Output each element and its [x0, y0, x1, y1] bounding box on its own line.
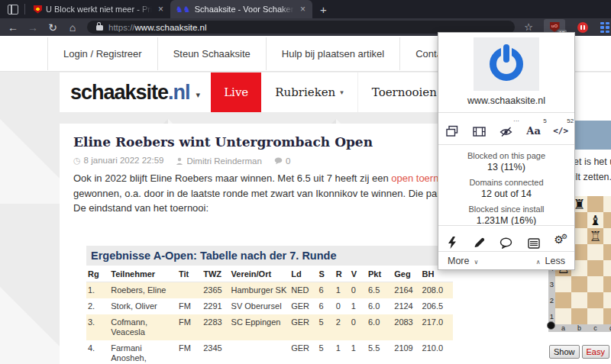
table-cell: 2345 [202, 340, 229, 364]
tab-ublock-forum[interactable]: U Block werkt niet meer - Privacy × [28, 0, 170, 18]
table-row[interactable]: 4.Farmani Anosheh,FM2345GER5115.52109210… [86, 340, 453, 364]
file-label: a [555, 324, 571, 332]
chess-piece-c7[interactable]: ♝ [587, 212, 603, 228]
clock-icon: ◷ [73, 156, 81, 165]
board-square-a2[interactable] [555, 292, 571, 308]
favorite-star-icon[interactable]: ☆ [524, 21, 533, 33]
chess-piece-c6[interactable]: ♖ [587, 228, 603, 244]
table-cell: 2124 [393, 298, 420, 314]
popup-tool-row: ··· Aa 5 </> 52 [438, 117, 574, 140]
table-column-header: Geg [393, 266, 420, 282]
board-square-d4[interactable] [603, 260, 611, 276]
table-cell: 2291 [202, 298, 229, 314]
utility-nav-item[interactable]: Steun Schaaksite [158, 37, 267, 70]
board-square-d5[interactable] [603, 244, 611, 260]
article-title[interactable]: Eline Roebers wint Untergrombach Open [73, 134, 373, 150]
utility-nav-item[interactable]: Hulp bij plaatsen artikel [267, 37, 400, 70]
sitenav-item-live[interactable]: Live [211, 72, 261, 112]
table-row[interactable]: 1.Roebers, Eline2365Hamburger SKNED6106.… [86, 282, 453, 299]
table-cell: 217.0 [421, 314, 453, 340]
table-column-header: Rg [86, 266, 109, 282]
board-square-b2[interactable] [571, 292, 587, 308]
table-column-header: V [350, 266, 367, 282]
table-column-header: Ld [289, 266, 317, 282]
table-cell: 208.0 [421, 282, 453, 299]
board-square-c8[interactable] [587, 196, 603, 212]
show-button[interactable]: Show [549, 345, 580, 359]
logger-icon[interactable] [524, 230, 544, 249]
board-square-d3[interactable] [603, 276, 611, 292]
url-host: www.schaaksite.nl [135, 23, 207, 32]
site-logo[interactable]: schaaksite.nl [70, 81, 190, 105]
table-cell: 2109 [393, 340, 420, 364]
table-cell: 6.0 [367, 314, 393, 340]
forward-icon[interactable]: → [23, 21, 43, 34]
board-square-a3[interactable] [555, 276, 571, 292]
board-square-d2[interactable] [603, 292, 611, 308]
article-author[interactable]: Dimitri Reinderman [186, 156, 261, 166]
board-square-b3[interactable] [571, 276, 587, 292]
table-cell: Stork, Oliver [109, 298, 177, 314]
sitenav-item-rubrieken[interactable]: Rubrieken▾ [261, 72, 358, 112]
home-icon[interactable]: ⌂ [63, 21, 82, 34]
table-cell: 206.5 [421, 298, 453, 314]
more-button[interactable]: More∨ [448, 256, 483, 266]
tab-title: U Block werkt niet meer - Privacy [46, 5, 152, 14]
stat-label: Blocked since install [438, 205, 574, 214]
no-large-media-icon[interactable] [469, 119, 489, 137]
table-cell: FM [177, 314, 202, 340]
board-square-d6[interactable] [603, 228, 611, 244]
board-square-d8[interactable] [603, 196, 611, 212]
blue-extension-icon[interactable] [600, 22, 611, 33]
utility-nav-item[interactable]: Login / Registreer [47, 37, 158, 70]
file-label: b [571, 324, 587, 332]
table-cell: FM [177, 340, 202, 364]
board-square-c2[interactable] [587, 292, 603, 308]
no-scripting-icon[interactable]: </> 52 [551, 119, 571, 137]
element-zapper-icon[interactable] [442, 230, 462, 249]
board-square-c3[interactable] [587, 276, 603, 292]
comment-count[interactable]: 0 [286, 156, 290, 166]
board-square-c1[interactable] [587, 308, 603, 324]
report-issue-icon[interactable] [496, 230, 516, 249]
board-square-d1[interactable] [603, 308, 611, 324]
new-tab-button[interactable]: + [320, 3, 327, 16]
rank-label: 3 [548, 276, 555, 292]
tab-close-icon[interactable]: × [299, 4, 307, 14]
table-cell: 5 [317, 314, 334, 340]
power-button-box [474, 37, 539, 91]
table-cell: 1 [335, 282, 350, 299]
table-cell: 0 [335, 298, 350, 314]
board-square-c5[interactable] [587, 244, 603, 260]
tab-close-icon[interactable]: × [157, 4, 165, 14]
power-button[interactable] [490, 47, 523, 81]
table-column-header: R [335, 266, 350, 282]
back-icon[interactable]: ← [3, 21, 23, 34]
refresh-icon[interactable]: ↻ [43, 21, 63, 34]
chevron-down-icon: ▾ [340, 89, 344, 96]
settings-gears-icon[interactable]: ⚙⚙ [551, 230, 571, 249]
puzzle-buttons: ShowEasyMedium [549, 345, 611, 359]
less-button[interactable]: ∧Less [532, 256, 565, 266]
board-square-b1[interactable] [571, 308, 587, 324]
tab-overview-icon[interactable] [8, 5, 18, 14]
board-square-d7[interactable] [603, 212, 611, 228]
no-popups-icon[interactable] [442, 119, 462, 137]
easy-button[interactable]: Easy [582, 345, 609, 359]
table-row[interactable]: 3.Cofmann, VeaceslaFM2283SC EppingenGER5… [86, 314, 453, 340]
table-column-header: Teilnehmer [109, 266, 177, 282]
table-cell: Hamburger SK [230, 282, 290, 299]
board-square-c4[interactable] [587, 260, 603, 276]
element-picker-icon[interactable] [469, 230, 489, 249]
popup-footer: More∨ ∧Less [438, 253, 574, 269]
no-remote-fonts-icon[interactable]: Aa 5 [524, 119, 544, 137]
file-label: c [587, 324, 603, 332]
logo-caret-icon[interactable]: ▾ [196, 90, 201, 100]
table-row[interactable]: 2.Stork, OliverFM2291SV OberurselGER6016… [86, 298, 453, 314]
red-extension-icon[interactable] [577, 22, 588, 33]
no-cosmetic-filtering-icon[interactable]: ··· [496, 119, 516, 137]
tab-schaaksite[interactable]: ♞♞ Schaaksite - Voor Schakers/Door × [170, 0, 312, 18]
board-square-a1[interactable] [555, 308, 571, 324]
stat-value: 1.231M (16%) [438, 215, 574, 226]
ublock-popup: www.schaaksite.nl ··· Aa 5 </> 52 Blocke… [438, 32, 575, 270]
